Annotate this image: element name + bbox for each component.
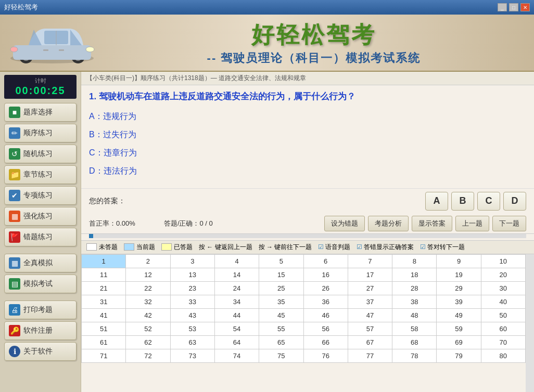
grid-cell-71[interactable]: 71 <box>82 349 126 363</box>
grid-cell-6[interactable]: 6 <box>304 255 348 268</box>
grid-cell-39[interactable]: 39 <box>437 295 481 309</box>
sidebar-item-shunxu[interactable]: ✏ 顺序练习 <box>4 124 77 142</box>
grid-cell-70[interactable]: 70 <box>481 336 526 349</box>
grid-cell-73[interactable]: 73 <box>171 349 215 363</box>
grid-cell-46[interactable]: 46 <box>304 309 348 322</box>
grid-cell-68[interactable]: 68 <box>392 336 437 349</box>
grid-cell-4[interactable]: 4 <box>215 255 259 268</box>
close-button[interactable]: ✕ <box>520 3 530 11</box>
grid-cell-19[interactable]: 19 <box>437 268 481 282</box>
sidebar-item-quanzhen[interactable]: ▦ 全真模拟 <box>4 254 77 272</box>
grid-cell-67[interactable]: 67 <box>348 336 392 349</box>
grid-cell-1[interactable]: 1 <box>82 255 126 268</box>
grid-cell-26[interactable]: 26 <box>304 282 348 295</box>
grid-cell-62[interactable]: 62 <box>126 336 170 349</box>
checkbox-auto-next[interactable]: ☑ 答对转下一题 <box>420 243 465 252</box>
answer-btn-c[interactable]: C <box>477 192 500 211</box>
sidebar-item-cuoti[interactable]: 🚩 错题练习 <box>4 228 77 246</box>
grid-cell-8[interactable]: 8 <box>392 255 437 268</box>
grid-cell-38[interactable]: 38 <box>392 295 437 309</box>
grid-cell-58[interactable]: 58 <box>392 322 437 336</box>
checkbox-show-correct[interactable]: ☑ 答错显示正确答案 <box>357 243 414 252</box>
grid-cell-10[interactable]: 10 <box>481 255 526 268</box>
prev-button[interactable]: 上一题 <box>455 216 489 231</box>
scrollbar[interactable] <box>526 254 534 392</box>
grid-cell-24[interactable]: 24 <box>215 282 259 295</box>
grid-cell-65[interactable]: 65 <box>259 336 303 349</box>
grid-cell-5[interactable]: 5 <box>259 255 303 268</box>
answer-btn-b[interactable]: B <box>451 192 474 211</box>
grid-cell-76[interactable]: 76 <box>304 349 348 363</box>
answer-btn-a[interactable]: A <box>425 192 448 211</box>
option-c[interactable]: C：违章行为 <box>89 147 526 160</box>
grid-cell-12[interactable]: 12 <box>126 268 170 282</box>
grid-cell-13[interactable]: 13 <box>171 268 215 282</box>
grid-cell-33[interactable]: 33 <box>171 295 215 309</box>
sidebar-item-zhuce[interactable]: 🔑 软件注册 <box>4 321 77 340</box>
grid-cell-15[interactable]: 15 <box>259 268 303 282</box>
grid-cell-32[interactable]: 32 <box>126 295 170 309</box>
grid-cell-49[interactable]: 49 <box>437 309 481 322</box>
grid-cell-31[interactable]: 31 <box>82 295 126 309</box>
option-d[interactable]: D：违法行为 <box>89 165 526 178</box>
grid-cell-2[interactable]: 2 <box>126 255 170 268</box>
grid-cell-75[interactable]: 75 <box>259 349 303 363</box>
grid-cell-57[interactable]: 57 <box>348 322 392 336</box>
grid-cell-79[interactable]: 79 <box>437 349 481 363</box>
grid-cell-59[interactable]: 59 <box>437 322 481 336</box>
grid-cell-23[interactable]: 23 <box>171 282 215 295</box>
grid-cell-54[interactable]: 54 <box>215 322 259 336</box>
grid-cell-51[interactable]: 51 <box>82 322 126 336</box>
grid-cell-66[interactable]: 66 <box>304 336 348 349</box>
show-answer-button[interactable]: 显示答案 <box>412 216 452 231</box>
grid-cell-14[interactable]: 14 <box>215 268 259 282</box>
sidebar-item-guanyu[interactable]: ℹ 关于软件 <box>4 342 77 361</box>
grid-cell-22[interactable]: 22 <box>126 282 170 295</box>
grid-cell-9[interactable]: 9 <box>437 255 481 268</box>
grid-cell-20[interactable]: 20 <box>481 268 526 282</box>
option-b[interactable]: B：过失行为 <box>89 128 526 141</box>
grid-cell-64[interactable]: 64 <box>215 336 259 349</box>
grid-cell-44[interactable]: 44 <box>215 309 259 322</box>
sidebar-item-dayin[interactable]: 🖨 打印考题 <box>4 300 77 319</box>
grid-cell-72[interactable]: 72 <box>126 349 170 363</box>
sidebar-item-suiji[interactable]: ↺ 随机练习 <box>4 145 77 163</box>
grid-cell-17[interactable]: 17 <box>348 268 392 282</box>
grid-cell-27[interactable]: 27 <box>348 282 392 295</box>
grid-cell-18[interactable]: 18 <box>392 268 437 282</box>
sidebar-item-qianghua[interactable]: ▦ 强化练习 <box>4 207 77 226</box>
grid-cell-53[interactable]: 53 <box>171 322 215 336</box>
analyze-button[interactable]: 考题分析 <box>368 216 409 231</box>
grid-cell-25[interactable]: 25 <box>259 282 303 295</box>
grid-cell-30[interactable]: 30 <box>481 282 526 295</box>
sidebar-item-moni[interactable]: ▤ 模拟考试 <box>4 275 77 293</box>
minimize-button[interactable]: _ <box>498 3 507 11</box>
grid-cell-47[interactable]: 47 <box>348 309 392 322</box>
sidebar-item-tiku[interactable]: ■ 题库选择 <box>4 103 77 122</box>
grid-cell-55[interactable]: 55 <box>259 322 303 336</box>
grid-cell-45[interactable]: 45 <box>259 309 303 322</box>
sidebar-item-zhangjie[interactable]: 📁 章节练习 <box>4 165 77 184</box>
grid-cell-21[interactable]: 21 <box>82 282 126 295</box>
grid-cell-3[interactable]: 3 <box>171 255 215 268</box>
grid-cell-41[interactable]: 41 <box>82 309 126 322</box>
grid-cell-34[interactable]: 34 <box>215 295 259 309</box>
grid-cell-74[interactable]: 74 <box>215 349 259 363</box>
sidebar-item-zhuanxiang[interactable]: ✔ 专项练习 <box>4 186 77 205</box>
grid-cell-43[interactable]: 43 <box>171 309 215 322</box>
grid-cell-52[interactable]: 52 <box>126 322 170 336</box>
grid-cell-48[interactable]: 48 <box>392 309 437 322</box>
grid-cell-28[interactable]: 28 <box>392 282 437 295</box>
grid-cell-61[interactable]: 61 <box>82 336 126 349</box>
checkbox-voice[interactable]: ☑ 语音判题 <box>318 243 350 252</box>
maximize-button[interactable]: □ <box>509 3 518 11</box>
grid-cell-56[interactable]: 56 <box>304 322 348 336</box>
grid-cell-37[interactable]: 37 <box>348 295 392 309</box>
grid-cell-35[interactable]: 35 <box>259 295 303 309</box>
grid-cell-36[interactable]: 36 <box>304 295 348 309</box>
grid-cell-78[interactable]: 78 <box>392 349 437 363</box>
grid-cell-11[interactable]: 11 <box>82 268 126 282</box>
grid-cell-16[interactable]: 16 <box>304 268 348 282</box>
grid-cell-50[interactable]: 50 <box>481 309 526 322</box>
grid-cell-29[interactable]: 29 <box>437 282 481 295</box>
